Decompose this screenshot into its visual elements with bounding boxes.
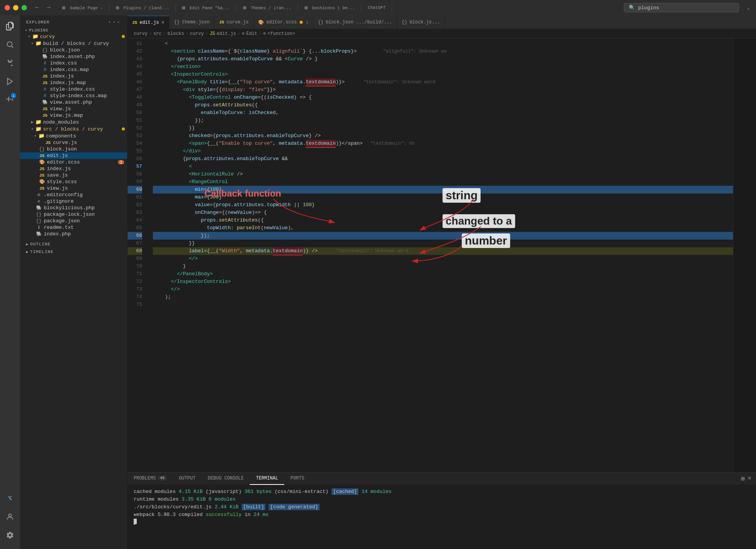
- tab-edit-js[interactable]: JS edit.js ×: [128, 16, 169, 29]
- gitignore-file[interactable]: ⊘ .gitignore: [20, 198, 127, 205]
- top-tab-sample[interactable]: 𝌆 Sample Page -: [56, 4, 109, 12]
- breadcrumb-item[interactable]: curvy: [134, 31, 148, 36]
- breadcrumb-item[interactable]: src: [153, 31, 162, 36]
- source-control-icon[interactable]: [2, 55, 18, 71]
- sidebar-menu-button[interactable]: ···: [108, 18, 121, 26]
- outline-section[interactable]: ▶ OUTLINE: [20, 240, 127, 248]
- build-label: build / blocks / curvy: [43, 41, 127, 46]
- remote-icon[interactable]: ⌥: [2, 491, 18, 506]
- view-js-build-label: view.js: [50, 106, 127, 112]
- style-scss-file[interactable]: 🎨 style.scss: [20, 179, 127, 185]
- breadcrumb-item[interactable]: edit.js: [217, 31, 236, 36]
- tab-theme-json[interactable]: {} theme.json: [169, 16, 214, 29]
- debug-console-tab[interactable]: DEBUG CONSOLE: [202, 473, 250, 485]
- breadcrumb-item[interactable]: blocks: [167, 31, 184, 36]
- index-css-map[interactable]: # index.css.map: [20, 66, 127, 73]
- breadcrumb-item[interactable]: JS: [210, 31, 215, 36]
- close-edit-js-button[interactable]: ×: [161, 20, 164, 26]
- top-tab-themes[interactable]: 𝌆 Themes / (ran...: [237, 4, 298, 12]
- extensions-icon[interactable]: 1: [2, 92, 18, 107]
- curvy-folder[interactable]: ▾ 📁 curvy: [20, 33, 127, 40]
- view-js-map-label: view.js.map: [50, 112, 127, 118]
- top-tab-plugins[interactable]: 𝌆 Plugins / (land...: [109, 4, 176, 12]
- breadcrumb-item[interactable]: ⊙: [263, 31, 266, 36]
- terminal-maximize-button[interactable]: ⊞: [741, 475, 745, 483]
- top-tab-editpane[interactable]: 𝌆 Edit Pane "Sa...: [176, 4, 237, 12]
- ports-tab[interactable]: PORTS: [284, 473, 310, 485]
- code-line-42: <section className={`${className} alignf…: [153, 48, 733, 55]
- output-tab[interactable]: OUTPUT: [173, 473, 202, 485]
- maximize-button[interactable]: [22, 5, 27, 10]
- code-line-58: <HorizontalRule />: [153, 170, 733, 178]
- svg-marker-2: [8, 78, 13, 85]
- build-block-json-label: block.json: [50, 47, 127, 53]
- settings-icon[interactable]: [2, 528, 18, 543]
- breadcrumb-item[interactable]: <function>: [267, 31, 295, 36]
- problems-tab[interactable]: PROBLEMS 46: [128, 473, 173, 485]
- plugins-folder[interactable]: ▾ PLUGINS: [20, 28, 127, 33]
- nav-forward-button[interactable]: →: [45, 3, 53, 12]
- blockylicious-php[interactable]: 🐘 blockylicious.php: [20, 205, 127, 211]
- src-view-js[interactable]: JS view.js: [20, 185, 127, 192]
- search-icon[interactable]: [2, 37, 18, 52]
- breadcrumb-item[interactable]: curvy: [190, 31, 204, 36]
- timeline-section[interactable]: ▶ TIMELINE: [20, 248, 127, 256]
- code-line-68: label={__("Width", metadata.textdomain)}…: [153, 247, 733, 255]
- src-folder[interactable]: ▾ 📁 src / blocks / curvy: [20, 126, 127, 132]
- components-folder[interactable]: ▾ 📁 components: [20, 132, 127, 139]
- edit-js-file[interactable]: JS edit.js: [20, 152, 127, 159]
- index-js-build[interactable]: JS index.js: [20, 73, 127, 79]
- minimize-button[interactable]: [13, 5, 18, 10]
- view-js-build[interactable]: JS view.js: [20, 106, 127, 112]
- build-block-json[interactable]: {} block.json: [20, 47, 127, 53]
- package-lock-json[interactable]: {} package-lock.json: [20, 211, 127, 218]
- code-line-46: <PanelBody title={__("Top curve", metada…: [153, 78, 733, 86]
- editorconfig-file[interactable]: ⚙ .editorconfig: [20, 192, 127, 198]
- readme-txt[interactable]: ℹ readme.txt: [20, 224, 127, 231]
- package-json[interactable]: {} package.json: [20, 218, 127, 224]
- save-js-file[interactable]: JS save.js: [20, 172, 127, 179]
- top-tab-chatgpt[interactable]: ChatGPT: [361, 4, 392, 12]
- index-asset-php[interactable]: 🐘 index.asset.php: [20, 53, 127, 60]
- tab-edit-js-label: edit.js: [139, 20, 159, 25]
- breadcrumb-item[interactable]: Edit: [246, 31, 257, 36]
- index-css[interactable]: # index.css: [20, 60, 127, 66]
- code-line-44: </section>: [153, 63, 733, 71]
- tab-curve-js[interactable]: JS curve.js: [214, 16, 254, 29]
- curve-js-file[interactable]: JS curve.js: [20, 139, 127, 146]
- terminal-content[interactable]: cached modules 4.15 KiB (javascript) 361…: [128, 485, 756, 549]
- code-line-66: });: [153, 232, 733, 240]
- code-line-75: [153, 301, 733, 309]
- style-index-css[interactable]: # style-index.css: [20, 86, 127, 93]
- code-line-51: });: [153, 117, 733, 124]
- terminal-close-button[interactable]: ×: [748, 475, 751, 482]
- index-css-map-label: index.css.map: [50, 67, 127, 73]
- breadcrumb-item[interactable]: ⊙: [242, 31, 245, 36]
- nav-back-button[interactable]: ←: [33, 3, 41, 12]
- view-asset-php[interactable]: 🐘 view.asset.php: [20, 99, 127, 106]
- view-js-map[interactable]: JS view.js.map: [20, 112, 127, 119]
- files-icon[interactable]: [2, 18, 18, 34]
- index-js-map[interactable]: JS index.js.map: [20, 79, 127, 86]
- style-index-css-map[interactable]: # style-index.css.map: [20, 93, 127, 99]
- chevron-down-icon[interactable]: ⌄: [745, 3, 751, 12]
- close-button[interactable]: [5, 5, 10, 10]
- code-line-61: max={300}: [153, 193, 733, 201]
- terminal-tab[interactable]: TERMINAL: [250, 473, 284, 485]
- root-index-php[interactable]: 🐘 index.php: [20, 231, 127, 237]
- code-line-69: </>: [153, 255, 733, 263]
- run-debug-icon[interactable]: [2, 74, 18, 89]
- top-tab-dashicons[interactable]: 𝌆 Dashicons | De...: [298, 4, 362, 12]
- src-block-json[interactable]: {} block.json: [20, 146, 127, 152]
- code-content[interactable]: < <section className={`${className} alig…: [147, 38, 733, 472]
- tab-editor-scss[interactable]: 🎨 editor.scss 1: [254, 16, 313, 29]
- editor-scss-file[interactable]: 🎨 editor.scss 1: [20, 159, 127, 165]
- curve-js-label: curve.js: [53, 140, 127, 146]
- tab-block-js-2[interactable]: {} block.js...: [397, 16, 445, 29]
- readme-txt-label: readme.txt: [44, 225, 127, 230]
- account-icon[interactable]: [2, 509, 18, 524]
- tab-block-json-build[interactable]: {} block.json .../build/...: [313, 16, 397, 29]
- node-modules-folder[interactable]: ▶ 📁 node_modules: [20, 119, 127, 126]
- build-folder[interactable]: ▾ 📁 build / blocks / curvy: [20, 40, 127, 47]
- src-index-js[interactable]: JS index.js: [20, 165, 127, 172]
